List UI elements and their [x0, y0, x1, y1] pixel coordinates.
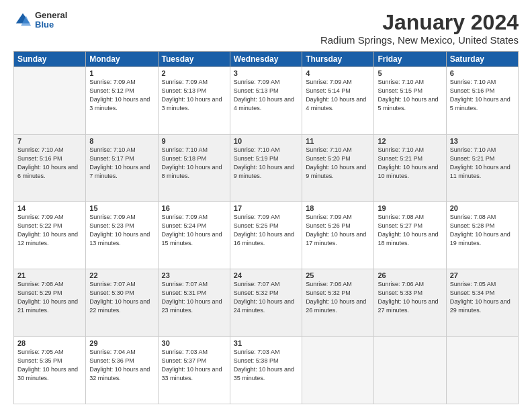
day-info: Sunrise: 7:03 AMSunset: 5:37 PMDaylight:… — [162, 348, 226, 383]
calendar-cell: 12Sunrise: 7:10 AMSunset: 5:21 PMDayligh… — [374, 134, 446, 201]
title-block: January 2024 Radium Springs, New Mexico,… — [320, 11, 519, 46]
calendar-cell: 18Sunrise: 7:09 AMSunset: 5:26 PMDayligh… — [302, 201, 374, 269]
calendar-cell: 19Sunrise: 7:08 AMSunset: 5:27 PMDayligh… — [374, 201, 446, 269]
month-title: January 2024 — [320, 11, 519, 34]
calendar-cell: 1Sunrise: 7:09 AMSunset: 5:12 PMDaylight… — [86, 67, 158, 134]
day-info: Sunrise: 7:09 AMSunset: 5:12 PMDaylight:… — [89, 78, 154, 113]
calendar-cell: 14Sunrise: 7:09 AMSunset: 5:22 PMDayligh… — [14, 201, 86, 269]
calendar-week-row: 7Sunrise: 7:10 AMSunset: 5:16 PMDaylight… — [14, 134, 519, 201]
calendar-cell: 25Sunrise: 7:06 AMSunset: 5:32 PMDayligh… — [302, 269, 374, 336]
day-info: Sunrise: 7:10 AMSunset: 5:20 PMDaylight:… — [306, 146, 370, 181]
day-number: 22 — [89, 271, 154, 279]
day-number: 14 — [17, 204, 82, 212]
day-info: Sunrise: 7:05 AMSunset: 5:34 PMDaylight:… — [450, 280, 515, 315]
calendar-header-wednesday: Wednesday — [230, 52, 302, 67]
day-info: Sunrise: 7:08 AMSunset: 5:28 PMDaylight:… — [450, 213, 515, 248]
calendar-cell: 16Sunrise: 7:09 AMSunset: 5:24 PMDayligh… — [158, 201, 230, 269]
day-info: Sunrise: 7:09 AMSunset: 5:13 PMDaylight:… — [162, 78, 226, 113]
calendar-cell — [302, 336, 374, 404]
day-info: Sunrise: 7:07 AMSunset: 5:31 PMDaylight:… — [162, 280, 226, 315]
day-info: Sunrise: 7:10 AMSunset: 5:17 PMDaylight:… — [89, 146, 154, 181]
calendar-cell: 3Sunrise: 7:09 AMSunset: 5:13 PMDaylight… — [230, 67, 302, 134]
calendar-header-friday: Friday — [374, 52, 446, 67]
day-number: 30 — [162, 339, 226, 347]
calendar-cell: 9Sunrise: 7:10 AMSunset: 5:18 PMDaylight… — [158, 134, 230, 201]
day-number: 23 — [162, 271, 226, 279]
day-info: Sunrise: 7:09 AMSunset: 5:13 PMDaylight:… — [234, 78, 298, 113]
day-info: Sunrise: 7:10 AMSunset: 5:18 PMDaylight:… — [162, 146, 226, 181]
calendar-cell: 21Sunrise: 7:08 AMSunset: 5:29 PMDayligh… — [14, 269, 86, 336]
logo: General Blue — [13, 11, 67, 30]
calendar-week-row: 14Sunrise: 7:09 AMSunset: 5:22 PMDayligh… — [14, 201, 519, 269]
calendar-cell — [14, 67, 86, 134]
day-number: 24 — [234, 271, 298, 279]
day-number: 26 — [378, 271, 442, 279]
day-number: 19 — [378, 204, 442, 212]
calendar-cell: 30Sunrise: 7:03 AMSunset: 5:37 PMDayligh… — [158, 336, 230, 404]
day-info: Sunrise: 7:09 AMSunset: 5:14 PMDaylight:… — [306, 78, 370, 113]
location: Radium Springs, New Mexico, United State… — [320, 34, 519, 46]
calendar-cell: 29Sunrise: 7:04 AMSunset: 5:36 PMDayligh… — [86, 336, 158, 404]
day-number: 18 — [306, 204, 370, 212]
day-number: 28 — [17, 339, 82, 347]
calendar-week-row: 21Sunrise: 7:08 AMSunset: 5:29 PMDayligh… — [14, 269, 519, 336]
calendar-cell: 4Sunrise: 7:09 AMSunset: 5:14 PMDaylight… — [302, 67, 374, 134]
day-info: Sunrise: 7:09 AMSunset: 5:24 PMDaylight:… — [162, 213, 226, 248]
day-info: Sunrise: 7:09 AMSunset: 5:26 PMDaylight:… — [306, 213, 370, 248]
calendar-cell: 27Sunrise: 7:05 AMSunset: 5:34 PMDayligh… — [446, 269, 518, 336]
day-number: 1 — [89, 69, 154, 77]
day-info: Sunrise: 7:07 AMSunset: 5:32 PMDaylight:… — [234, 280, 298, 315]
day-number: 3 — [234, 69, 298, 77]
day-number: 10 — [234, 137, 298, 145]
day-info: Sunrise: 7:09 AMSunset: 5:25 PMDaylight:… — [234, 213, 298, 248]
calendar-cell: 23Sunrise: 7:07 AMSunset: 5:31 PMDayligh… — [158, 269, 230, 336]
calendar-header-monday: Monday — [86, 52, 158, 67]
day-info: Sunrise: 7:10 AMSunset: 5:21 PMDaylight:… — [450, 146, 515, 181]
calendar-cell: 10Sunrise: 7:10 AMSunset: 5:19 PMDayligh… — [230, 134, 302, 201]
calendar-week-row: 28Sunrise: 7:05 AMSunset: 5:35 PMDayligh… — [14, 336, 519, 404]
day-number: 25 — [306, 271, 370, 279]
calendar: SundayMondayTuesdayWednesdayThursdayFrid… — [13, 51, 519, 404]
day-number: 4 — [306, 69, 370, 77]
day-number: 7 — [17, 137, 82, 145]
calendar-cell: 7Sunrise: 7:10 AMSunset: 5:16 PMDaylight… — [14, 134, 86, 201]
day-number: 5 — [378, 69, 442, 77]
day-number: 15 — [89, 204, 154, 212]
calendar-header-tuesday: Tuesday — [158, 52, 230, 67]
day-info: Sunrise: 7:08 AMSunset: 5:29 PMDaylight:… — [17, 280, 82, 315]
header: General Blue January 2024 Radium Springs… — [13, 11, 519, 46]
calendar-cell — [374, 336, 446, 404]
day-number: 29 — [89, 339, 154, 347]
day-number: 8 — [89, 137, 154, 145]
day-info: Sunrise: 7:09 AMSunset: 5:23 PMDaylight:… — [89, 213, 154, 248]
day-number: 11 — [306, 137, 370, 145]
calendar-cell — [446, 336, 518, 404]
day-number: 21 — [17, 271, 82, 279]
logo-blue: Blue — [35, 20, 67, 30]
day-number: 12 — [378, 137, 442, 145]
calendar-cell: 26Sunrise: 7:06 AMSunset: 5:33 PMDayligh… — [374, 269, 446, 336]
day-info: Sunrise: 7:09 AMSunset: 5:22 PMDaylight:… — [17, 213, 82, 248]
day-info: Sunrise: 7:10 AMSunset: 5:15 PMDaylight:… — [378, 78, 442, 113]
calendar-header-saturday: Saturday — [446, 52, 518, 67]
day-number: 2 — [162, 69, 226, 77]
day-info: Sunrise: 7:06 AMSunset: 5:32 PMDaylight:… — [306, 280, 370, 315]
calendar-cell: 15Sunrise: 7:09 AMSunset: 5:23 PMDayligh… — [86, 201, 158, 269]
day-info: Sunrise: 7:04 AMSunset: 5:36 PMDaylight:… — [89, 348, 154, 383]
day-info: Sunrise: 7:05 AMSunset: 5:35 PMDaylight:… — [17, 348, 82, 383]
day-info: Sunrise: 7:10 AMSunset: 5:16 PMDaylight:… — [17, 146, 82, 181]
day-number: 6 — [450, 69, 515, 77]
day-number: 17 — [234, 204, 298, 212]
day-info: Sunrise: 7:10 AMSunset: 5:16 PMDaylight:… — [450, 78, 515, 113]
day-number: 31 — [234, 339, 298, 347]
calendar-cell: 13Sunrise: 7:10 AMSunset: 5:21 PMDayligh… — [446, 134, 518, 201]
logo-icon — [13, 11, 32, 30]
calendar-cell: 2Sunrise: 7:09 AMSunset: 5:13 PMDaylight… — [158, 67, 230, 134]
day-number: 27 — [450, 271, 515, 279]
day-number: 16 — [162, 204, 226, 212]
day-info: Sunrise: 7:08 AMSunset: 5:27 PMDaylight:… — [378, 213, 442, 248]
logo-text: General Blue — [35, 11, 67, 30]
day-number: 13 — [450, 137, 515, 145]
page: General Blue January 2024 Radium Springs… — [0, 0, 532, 411]
day-info: Sunrise: 7:06 AMSunset: 5:33 PMDaylight:… — [378, 280, 442, 315]
